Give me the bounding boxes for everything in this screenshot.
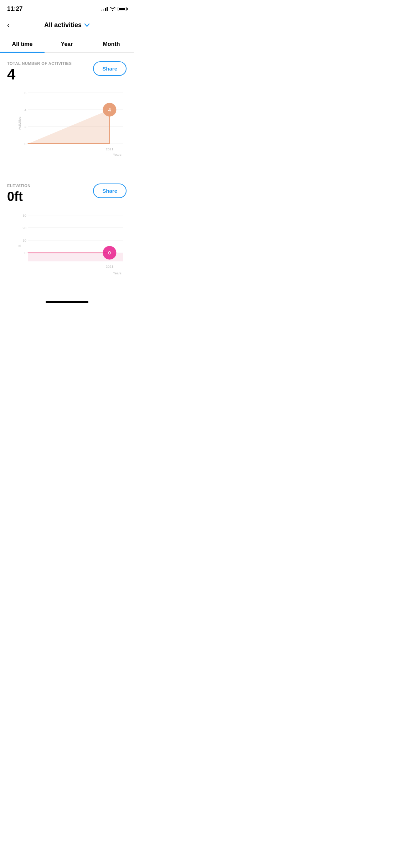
back-button[interactable]: ‹ [7,21,10,30]
tabs-container: All time Year Month [0,36,134,53]
activities-label: TOTAL NUMBER OF ACTIVITIES [7,61,72,66]
svg-text:Activities: Activities [17,117,21,130]
status-icons [101,7,127,11]
page-title: All activities [44,21,82,29]
elevation-value-group: 0 ft [7,189,31,204]
tabs: All time Year Month [0,36,134,52]
elevation-info: ELEVATION 0 ft [7,184,31,204]
dropdown-icon[interactable] [84,22,89,28]
home-indicator [0,298,134,309]
svg-text:Years: Years [113,153,122,156]
elevation-label: ELEVATION [7,184,31,188]
svg-text:2: 2 [25,125,26,129]
activities-header: TOTAL NUMBER OF ACTIVITIES 4 Share [7,61,127,82]
elevation-value: 0 [7,190,14,203]
elevation-chart-svg: ft 30 20 10 0 [18,210,127,288]
home-indicator-bar [46,301,88,303]
svg-text:0: 0 [25,142,26,146]
activities-share-button[interactable]: Share [93,61,127,76]
header: ‹ All activities [0,16,134,35]
elevation-chart: ft 30 20 10 0 [7,210,127,290]
svg-text:20: 20 [22,226,26,230]
svg-text:30: 30 [22,213,26,217]
svg-text:2021: 2021 [106,264,113,268]
activities-value: 4 [7,67,72,82]
elevation-share-button[interactable]: Share [93,184,127,198]
battery-icon [118,7,127,11]
activities-info: TOTAL NUMBER OF ACTIVITIES 4 [7,61,72,82]
svg-text:0: 0 [108,250,111,255]
svg-text:ft: ft [17,244,21,247]
svg-text:Years: Years [113,271,122,275]
svg-text:2021: 2021 [106,147,113,151]
status-time: 11:27 [7,5,22,12]
svg-text:10: 10 [22,238,26,242]
wifi-icon [110,7,115,11]
svg-text:0: 0 [25,251,26,255]
svg-text:4: 4 [108,107,111,113]
signal-icon [101,7,108,11]
tab-month[interactable]: Month [89,36,134,52]
divider-1 [7,172,127,172]
activities-chart: Activities 6 4 2 0 [7,88,127,160]
main-content: TOTAL NUMBER OF ACTIVITIES 4 Share Activ… [0,53,134,298]
elevation-section: ELEVATION 0 ft Share ft 30 20 [7,175,127,298]
status-bar: 11:27 [0,0,134,16]
header-title: All activities [44,21,89,29]
elevation-unit: ft [14,189,23,204]
tab-all-time[interactable]: All time [0,36,45,52]
elevation-header: ELEVATION 0 ft Share [7,184,127,204]
activities-section: TOTAL NUMBER OF ACTIVITIES 4 Share Activ… [7,53,127,169]
svg-text:4: 4 [25,108,27,112]
activities-chart-svg: Activities 6 4 2 0 [18,88,127,159]
svg-text:6: 6 [25,91,26,95]
tab-year[interactable]: Year [45,36,89,52]
